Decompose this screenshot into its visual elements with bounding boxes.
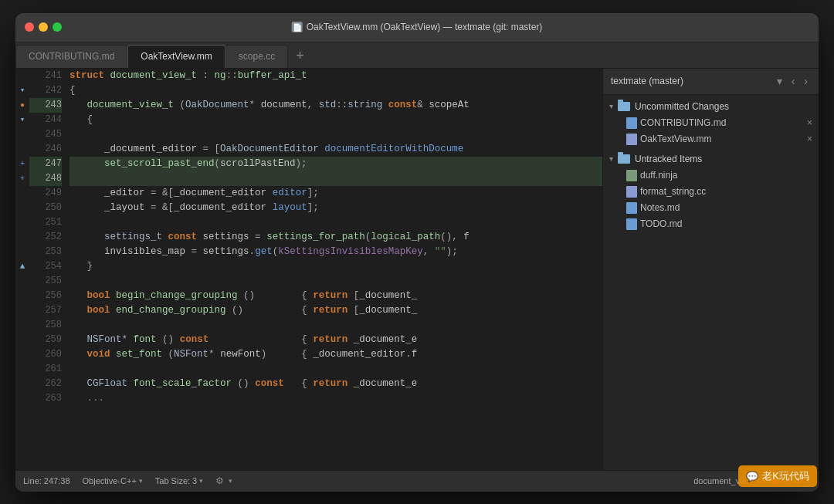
file-type-icon: 📄 — [292, 22, 303, 32]
file-icon — [626, 134, 637, 145]
list-item[interactable]: duff.ninja — [603, 167, 819, 184]
gutter-marker — [15, 391, 29, 406]
sidebar-controls: ▾ ‹ › — [774, 73, 811, 89]
file-name: format_string.cc — [640, 186, 812, 197]
tree-folder-untracked[interactable]: ▾ Untracked Items — [603, 151, 819, 167]
watermark-icon: 💬 — [746, 471, 758, 482]
code-line-250: _layout = &[_document_editor layout]; — [70, 201, 602, 215]
sidebar-header: textmate (master) ▾ ‹ › — [603, 69, 819, 95]
gutter-marker — [15, 289, 29, 303]
code-line-262: CGFloat font_scale_factor () const { ret… — [70, 377, 602, 391]
watermark-text: 老K玩代码 — [762, 469, 809, 483]
gutter-marker — [15, 318, 29, 333]
code-line-249: _editor = &[_document_editor editor]; — [70, 186, 602, 201]
statusbar-language[interactable]: Objective-C++ ▾ — [83, 476, 143, 485]
file-icon — [626, 117, 637, 129]
sidebar-content: ▾ Uncommitted Changes CONTRIBUTING.md × … — [603, 95, 819, 470]
code-lines[interactable]: struct document_view_t : ng::buffer_api_… — [70, 69, 602, 470]
file-name: TODO.md — [640, 218, 812, 229]
code-line-259: NSFont* font () const { return _document… — [70, 333, 602, 347]
title-text: OakTextView.mm (OakTextView) — textmate … — [307, 22, 543, 32]
gutter-marker — [15, 377, 29, 391]
folder-icon — [618, 102, 630, 111]
code-line-257: bool end_change_grouping () { return [_d… — [70, 303, 602, 318]
gutter-marker — [15, 201, 29, 215]
watermark: 💬 老K玩代码 — [738, 465, 817, 487]
maximize-button[interactable] — [53, 22, 62, 32]
code-line-242: { — [70, 83, 602, 98]
titlebar: 📄 OakTextView.mm (OakTextView) — textmat… — [15, 13, 819, 42]
gutter-marker — [15, 230, 29, 245]
gutter-marker — [15, 303, 29, 318]
close-button[interactable] — [25, 22, 34, 32]
code-line-243: document_view_t (OakDocument* document, … — [70, 98, 602, 113]
tab-value: 3 — [192, 476, 197, 485]
tab-label: CONTRIBUTING.md — [29, 51, 114, 62]
file-close-action[interactable]: × — [807, 117, 812, 128]
tab-contributing[interactable]: CONTRIBUTING.md — [15, 45, 127, 68]
list-item[interactable]: Notes.md — [603, 200, 819, 216]
tabsize-dropdown-arrow: ▾ — [199, 477, 203, 485]
tab-label: Tab Size: — [155, 476, 190, 485]
untracked-items-label: Untracked Items — [635, 154, 812, 164]
tab-add-button[interactable]: + — [288, 45, 312, 68]
list-item[interactable]: format_string.cc — [603, 184, 819, 200]
file-icon — [626, 218, 637, 230]
list-item[interactable]: CONTRIBUTING.md × — [603, 115, 819, 131]
gutter-marker: + — [15, 171, 29, 186]
file-name: Notes.md — [640, 202, 812, 213]
code-line-246: _document_editor = [OakDocumentEditor do… — [70, 142, 602, 157]
statusbar-tabsize[interactable]: Tab Size: 3 ▾ — [155, 476, 203, 485]
code-line-252: settings_t const settings = settings_for… — [70, 230, 602, 245]
list-item[interactable]: OakTextView.mm × — [603, 131, 819, 147]
tab-label: OakTextView.mm — [141, 51, 212, 62]
gutter-marker — [15, 274, 29, 289]
tree-folder-uncommitted[interactable]: ▾ Uncommitted Changes — [603, 98, 819, 115]
gutter-markers: ▾ ● ▾ + + ▲ — [15, 69, 29, 470]
file-name: OakTextView.mm — [640, 134, 804, 144]
file-name: CONTRIBUTING.md — [640, 117, 804, 128]
gutter-marker — [15, 347, 29, 362]
file-icon — [626, 170, 637, 181]
code-line-241: struct document_view_t : ng::buffer_api_… — [70, 69, 602, 83]
tab-oaktextview[interactable]: OakTextView.mm — [127, 45, 225, 68]
code-editor[interactable]: ▾ ● ▾ + + ▲ — [15, 69, 602, 470]
line-label: Line: — [23, 476, 42, 485]
code-line-253: invisibles_map = settings.get(kSettingsI… — [70, 245, 602, 259]
gutter-marker: ▲ — [15, 259, 29, 274]
tab-label: scope.cc — [239, 51, 275, 62]
gutter-marker: ● — [15, 98, 29, 113]
window-title: 📄 OakTextView.mm (OakTextView) — textmat… — [292, 22, 543, 32]
code-line-263: ... — [70, 391, 602, 406]
main-area: ▾ ● ▾ + + ▲ — [15, 69, 819, 470]
settings-dropdown-arrow: ▾ — [229, 477, 232, 485]
gutter-marker — [15, 142, 29, 157]
sidebar-nav-next[interactable]: › — [801, 73, 811, 89]
statusbar-line: Line: 247:38 — [23, 476, 70, 485]
folder-triangle-icon: ▾ — [609, 102, 613, 110]
sidebar-repo-label: textmate (master) — [611, 76, 769, 86]
code-area[interactable]: ▾ ● ▾ + + ▲ — [15, 69, 602, 470]
tab-bar: CONTRIBUTING.md OakTextView.mm scope.cc … — [15, 42, 819, 69]
sidebar-nav-prev[interactable]: ‹ — [788, 73, 798, 89]
gutter-marker: ▾ — [15, 83, 29, 98]
minimize-button[interactable] — [39, 22, 48, 32]
line-value: 247:38 — [44, 476, 70, 485]
code-line-248 — [70, 171, 602, 186]
gutter-marker: + — [15, 157, 29, 171]
tree-section-uncommitted: ▾ Uncommitted Changes CONTRIBUTING.md × … — [603, 98, 819, 147]
statusbar: Line: 247:38 Objective-C++ ▾ Tab Size: 3… — [15, 470, 819, 492]
uncommitted-changes-label: Uncommitted Changes — [635, 101, 812, 112]
code-line-254: } — [70, 259, 602, 274]
list-item[interactable]: TODO.md — [603, 216, 819, 232]
settings-gear-icon[interactable]: ⚙ — [215, 475, 224, 486]
gutter-marker — [15, 245, 29, 259]
code-line-244: { — [70, 113, 602, 127]
file-close-action[interactable]: × — [807, 134, 812, 144]
gutter-marker: ▾ — [15, 113, 29, 127]
file-icon — [626, 202, 637, 214]
folder-icon — [618, 154, 630, 164]
tab-scope[interactable]: scope.cc — [225, 45, 288, 68]
gutter-marker — [15, 127, 29, 142]
sidebar-dropdown-arrow[interactable]: ▾ — [774, 73, 785, 89]
